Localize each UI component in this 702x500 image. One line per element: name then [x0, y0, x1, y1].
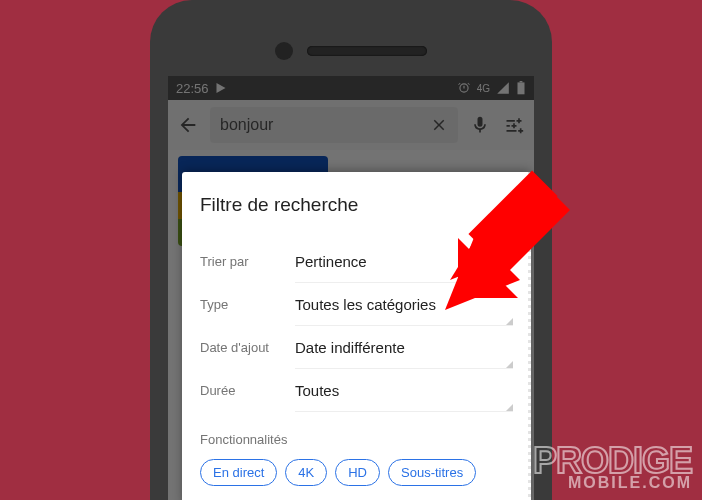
- chip-subtitles[interactable]: Sous-titres: [388, 459, 476, 486]
- alarm-icon: [457, 81, 471, 95]
- filter-value: Pertinence: [295, 240, 513, 283]
- clear-icon[interactable]: [430, 116, 448, 134]
- filter-row-date[interactable]: Date d'ajout Date indifférente: [200, 326, 513, 369]
- filter-row-sort[interactable]: Trier par Pertinence: [200, 240, 513, 283]
- filter-row-type[interactable]: Type Toutes les catégories: [200, 283, 513, 326]
- filter-value: Toutes: [295, 369, 513, 412]
- filter-value: Date indifférente: [295, 326, 513, 369]
- network-type: 4G: [477, 83, 490, 94]
- scroll-indicator: [528, 172, 531, 500]
- svg-rect-1: [520, 81, 523, 82]
- status-time: 22:56: [176, 81, 209, 96]
- search-input[interactable]: bonjour: [210, 107, 458, 143]
- status-bar: 22:56 4G: [168, 76, 534, 100]
- watermark-line1: PRODIGE: [533, 440, 692, 482]
- features-label: Fonctionnalités: [200, 432, 513, 447]
- signal-icon: [496, 81, 510, 95]
- chip-hd[interactable]: HD: [335, 459, 380, 486]
- phone-screen: 22:56 4G bonjour: [168, 76, 534, 500]
- chip-4k[interactable]: 4K: [285, 459, 327, 486]
- chip-live[interactable]: En direct: [200, 459, 277, 486]
- filter-label: Date d'ajout: [200, 340, 295, 355]
- camera-dot: [275, 42, 293, 60]
- filter-label: Durée: [200, 383, 295, 398]
- battery-icon: [516, 81, 526, 95]
- filter-value: Toutes les catégories: [295, 283, 513, 326]
- phone-hardware-top: [168, 26, 534, 76]
- watermark: PRODIGE MOBILE.COM: [533, 440, 692, 492]
- svg-rect-0: [518, 82, 525, 94]
- back-button[interactable]: [176, 113, 200, 137]
- filter-tune-button[interactable]: [502, 113, 526, 137]
- feature-chips: En direct 4K HD Sous-titres: [200, 459, 513, 486]
- search-bar: bonjour: [168, 100, 534, 150]
- filter-row-duration[interactable]: Durée Toutes: [200, 369, 513, 412]
- play-store-icon: [215, 82, 227, 94]
- search-filter-modal: Filtre de recherche Trier par Pertinence…: [182, 172, 531, 500]
- speaker-grille: [307, 46, 427, 56]
- phone-frame: 22:56 4G bonjour: [150, 0, 552, 500]
- voice-search-button[interactable]: [468, 113, 492, 137]
- watermark-line2: MOBILE.COM: [533, 474, 692, 492]
- filter-label: Type: [200, 297, 295, 312]
- search-query-text: bonjour: [220, 116, 273, 134]
- modal-title: Filtre de recherche: [200, 194, 513, 216]
- filter-label: Trier par: [200, 254, 295, 269]
